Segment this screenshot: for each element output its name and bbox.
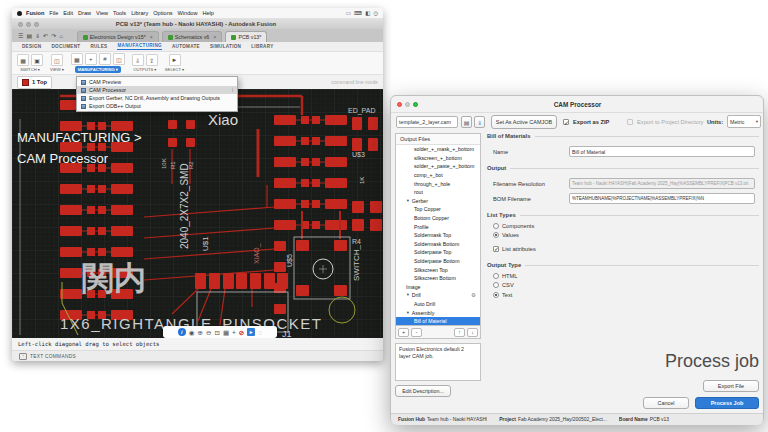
tree-toolbar-move-down-button[interactable]: ↓ [467, 328, 478, 337]
close-window-icon[interactable] [18, 22, 23, 27]
menu-item-export-odb-output[interactable]: Export ODB++ Output [77, 102, 237, 110]
tree-toolbar-move-up-button[interactable]: ↑ [454, 328, 465, 337]
zoom-out-icon[interactable]: ⊖ [206, 329, 211, 336]
expand-arrow-icon[interactable]: ▼ [406, 311, 410, 315]
menubar-item-edit[interactable]: Edit [63, 10, 73, 16]
new-doc-icon[interactable]: ▤ [26, 33, 32, 39]
tree-item-solder-mask-bottom[interactable]: solder_+_mask_+_bottom [396, 145, 480, 154]
tab-electronics-design-v15[interactable]: Electronics Design v15*× [77, 31, 159, 42]
grid-icon[interactable]: ▦ [71, 53, 83, 65]
zoom-box-icon[interactable]: ⊡ [214, 329, 219, 336]
ribbon-tab-document[interactable]: DOCUMENT [51, 44, 80, 49]
toolbar-group-outputs-label[interactable]: OUTPUTS▾ [133, 67, 156, 72]
tab-pcb-v13[interactable]: PCB v13* [225, 31, 267, 42]
radio-text[interactable]: Text [493, 290, 517, 300]
menubar-item-view[interactable]: View [96, 10, 108, 16]
drill-icon[interactable]: + [85, 53, 97, 65]
tree-item-silkscreen-bottom[interactable]: Silkscreen Bottom [396, 274, 480, 283]
cancel-button[interactable]: Cancel [643, 397, 689, 409]
tree-item-bottom-copper[interactable]: Bottom Copper [396, 214, 480, 223]
undo-icon[interactable]: ↶ [43, 33, 48, 39]
camjob-filename-input[interactable]: template_2_layer.cam [396, 116, 458, 128]
control-center-icon[interactable]: ◧ [365, 11, 370, 16]
print-icon[interactable]: ⇪ [146, 54, 158, 66]
cursor-icon[interactable]: ► [169, 54, 181, 66]
save-icon[interactable]: ⇓ [35, 33, 40, 39]
radio-html[interactable]: HTML [493, 271, 517, 281]
menu-item-cam-preview[interactable]: CAM Preview [77, 78, 237, 86]
pcb-canvas[interactable]: Xiao2040_2X7X2_SMDU$1関内1X6_RIGHTANGLE_PI… [12, 89, 383, 338]
menubar-item-library[interactable]: Library [131, 10, 148, 16]
stop-icon[interactable]: ⊘ [239, 329, 244, 336]
text-commands-bar[interactable]: › TEXT COMMANDS [12, 350, 383, 361]
gear-icon[interactable]: ⚙ [471, 292, 476, 298]
battery-icon[interactable]: ▭ [346, 11, 351, 16]
eye-icon[interactable]: ◉ [189, 329, 195, 336]
minimize-dialog-icon[interactable] [405, 102, 410, 107]
home-icon[interactable]: ⌂ [59, 33, 63, 39]
view-icon[interactable]: ◫ [51, 54, 63, 66]
edit-description-button[interactable]: Edit Description... [395, 385, 451, 397]
menubar-item-help[interactable]: Help [202, 10, 214, 16]
tree-item-silkscreen-top[interactable]: Silkscreen Top [396, 265, 480, 274]
ribbon-tab-simulation[interactable]: SIMULATION [210, 44, 241, 49]
camjob-description[interactable]: Fusion Electronics default 2 layer CAM j… [395, 343, 481, 381]
process-job-button[interactable]: Process Job [695, 397, 759, 409]
tree-item-top-copper[interactable]: Top Copper [396, 205, 480, 214]
export-file-button[interactable]: Export File [703, 380, 759, 392]
menubar-item-draw[interactable]: Draw [78, 10, 91, 16]
tree-item-image[interactable]: Image [396, 283, 480, 292]
close-icon[interactable]: × [213, 34, 216, 40]
lasso-icon[interactable]: ◌ [258, 329, 262, 336]
menu-item-cam-processor[interactable]: CAM Processori [77, 86, 237, 94]
toolbar-group-manufacturing-label[interactable]: MANUFACTURING▾ [75, 66, 121, 73]
tree-item-drill[interactable]: ▼Drill⚙ [396, 291, 480, 300]
tree-item-soldermask-bottom[interactable]: Soldermask Bottom [396, 240, 480, 249]
tab-schematics-v6[interactable]: Schematics v6× [162, 31, 223, 42]
toolbar-group-view-label[interactable]: VIEW▾ [50, 67, 64, 72]
clock-icon[interactable]: ◷ [373, 11, 378, 16]
menubar-item-fusion[interactable]: Fusion [26, 10, 44, 16]
menubar-item-file[interactable]: File [49, 10, 58, 16]
checkbox-list-attributes[interactable]: List attributes [493, 244, 536, 254]
tree-item-gerber[interactable]: ▼Gerber [396, 197, 480, 206]
tree-item-bill-of-material[interactable]: Bill of Material [396, 317, 480, 326]
ribbon-tab-library[interactable]: LIBRARY [251, 44, 273, 49]
bom-filename-input[interactable]: %TEAMHUBNAME|%PROJECTNAME|%ASSEMBLYPREFI… [569, 193, 755, 204]
export-as-zip-checkbox[interactable] [563, 119, 569, 125]
radio-csv[interactable]: CSV [493, 281, 517, 291]
tree-item-solderpaste-top[interactable]: Solderpaste Top [396, 248, 480, 257]
tree-item-comp-bot[interactable]: comp_+_bot [396, 171, 480, 180]
toolbar-group-select-label[interactable]: SELECT▾ [165, 67, 184, 72]
tree-item-rout[interactable]: rout [396, 188, 480, 197]
grid-icon[interactable]: ▦ [223, 329, 229, 336]
zoom-in-icon[interactable]: ⊕ [198, 329, 203, 336]
tree-item-profile[interactable]: Profile [396, 222, 480, 231]
tree-item-solderpaste-bottom[interactable]: Solderpaste Bottom [396, 257, 480, 266]
preview-icon[interactable]: ◫ [113, 53, 125, 65]
tree-item-solder-paste-bottom[interactable]: solder_+_paste_+_bottom [396, 162, 480, 171]
tree-toolbar-remove-button[interactable]: - [411, 328, 422, 337]
ribbon-tab-rules[interactable]: RULES [90, 44, 107, 49]
minimize-window-icon[interactable] [26, 22, 31, 27]
cursor-icon[interactable]: ► [247, 328, 255, 336]
tree-item-auto-drill[interactable]: Auto Drill [396, 300, 480, 309]
expand-arrow-icon[interactable]: ▼ [406, 199, 410, 203]
board-icon[interactable]: ▣ [31, 54, 43, 66]
dialog-titlebar[interactable]: CAM Processor [391, 96, 763, 113]
units-select[interactable]: Metric ▾ [727, 115, 761, 128]
name-input[interactable]: Bill of Material [569, 146, 755, 157]
keyboard-icon[interactable]: ⌨ [354, 11, 362, 16]
app-grid-icon[interactable]: ☰ [18, 33, 23, 39]
layer-selector[interactable]: 1 Top [17, 76, 52, 89]
close-dialog-icon[interactable] [397, 102, 402, 107]
tree-item-silkscreen-bottom[interactable]: silkscreen_+_bottom [396, 154, 480, 163]
layers-icon[interactable]: ▦ [17, 54, 29, 66]
radio-values[interactable]: Values [493, 231, 536, 241]
ribbon-tab-design[interactable]: DESIGN [22, 44, 41, 49]
radio-components[interactable]: Components [493, 221, 536, 231]
mill-icon[interactable]: # [99, 53, 111, 65]
set-active-camjob-button[interactable]: Set As Active CAMJOB [491, 115, 557, 129]
toolbar-group-switch-label[interactable]: SWITCH▾ [20, 67, 40, 72]
apple-icon[interactable] [17, 11, 22, 16]
